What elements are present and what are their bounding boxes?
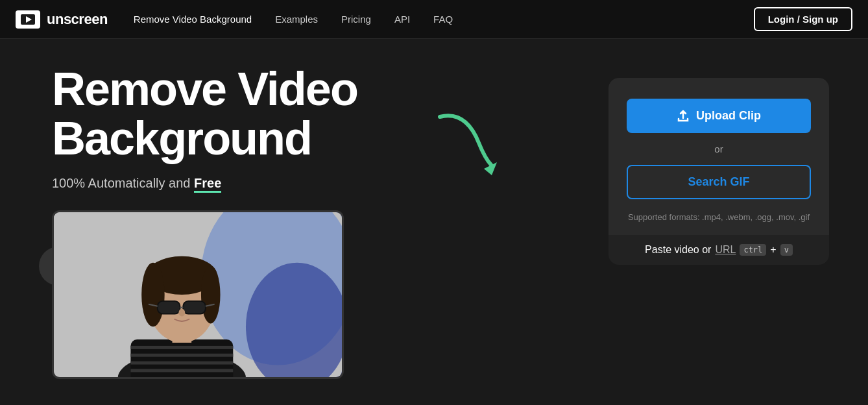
kbd-ctrl: ctrl [740,244,766,256]
logo-icon [16,10,40,29]
nav-link-faq[interactable]: FAQ [433,14,453,25]
upload-card-top: Upload Clip or Search GIF Supported form… [609,78,829,235]
paste-label: Paste video or [645,244,711,256]
supported-formats: Supported formats: .mp4, .webm, .ogg, .m… [628,212,810,222]
search-gif-button[interactable]: Search GIF [627,165,811,199]
nav-link-pricing[interactable]: Pricing [341,14,371,25]
video-content-svg [54,212,342,377]
svg-rect-17 [158,301,180,314]
login-button[interactable]: Login / Sign up [754,7,852,31]
upload-card-wrapper: Upload Clip or Search GIF Supported form… [609,78,829,265]
paste-area: Paste video or URL ctrl + v [609,235,829,265]
hero-section: Remove Video Background 100% Automatical… [52,65,583,405]
svg-point-22 [178,309,185,317]
svg-rect-8 [130,346,233,349]
nav-links: Remove Video Background Examples Pricing… [134,14,754,25]
navbar: unscreen Remove Video Background Example… [0,0,868,39]
url-link[interactable]: URL [715,244,736,256]
logo-text: unscreen [47,11,108,28]
svg-point-15 [141,263,165,327]
svg-rect-9 [130,354,233,357]
svg-rect-18 [183,301,206,314]
svg-point-16 [201,266,221,324]
video-preview [52,210,344,379]
main-content: Remove Video Background 100% Automatical… [0,39,868,405]
nav-link-examples[interactable]: Examples [275,14,318,25]
svg-rect-10 [130,362,233,365]
upload-clip-button[interactable]: Upload Clip [627,99,811,133]
kbd-v: v [780,244,793,256]
upload-icon [677,110,690,123]
svg-rect-11 [130,369,233,373]
plus-symbol: + [770,244,776,256]
upload-section: Upload Clip or Search GIF Supported form… [609,65,829,405]
nav-link-api[interactable]: API [394,14,410,25]
video-inner [54,212,342,377]
arrow-decoration [427,104,505,184]
nav-link-remove-video[interactable]: Remove Video Background [134,14,252,25]
logo-area[interactable]: unscreen [16,10,108,29]
or-text: or [714,143,723,154]
